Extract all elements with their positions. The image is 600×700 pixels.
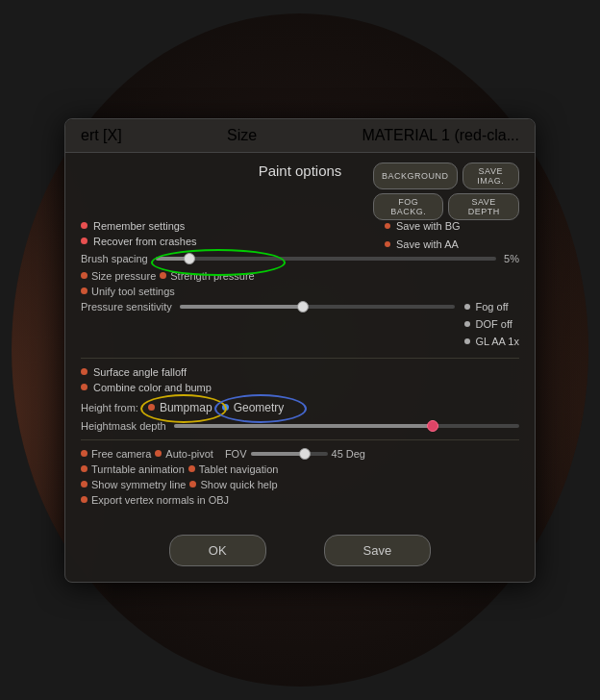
remember-dot — [81, 222, 88, 229]
bumpmap-radio — [148, 404, 155, 411]
separator-1 — [81, 358, 519, 359]
show-symmetry-dot — [81, 481, 88, 488]
show-symmetry-option[interactable]: Show symmetry line — [81, 479, 186, 490]
save-depth-button[interactable]: SAVE DEPTH — [448, 193, 519, 220]
ok-button[interactable]: OK — [169, 535, 266, 566]
export-normals-option[interactable]: Export vertex normals in OBJ — [81, 494, 229, 506]
brush-spacing-row: Brush spacing 5% — [81, 253, 519, 264]
gl-aa-label: GL AA 1x — [476, 336, 519, 347]
paint-options-dialog: ert [X] Size MATERIAL 1 (red-cla... Pain… — [64, 118, 536, 583]
pressure-sensitivity-slider[interactable] — [180, 305, 455, 309]
remember-settings-option[interactable]: Remember settings — [81, 220, 375, 232]
size-pressure-dot — [81, 272, 88, 279]
pressure-sensitivity-label: Pressure sensitivity — [81, 301, 172, 312]
bumpmap-label: Bumpmap — [160, 401, 212, 414]
title-left: ert [X] — [81, 127, 122, 144]
geometry-radio — [222, 404, 229, 411]
unify-label: Unify tool settings — [91, 286, 175, 297]
brush-spacing-label: Brush spacing — [81, 253, 148, 264]
show-symmetry-label: Show symmetry line — [91, 479, 186, 490]
fog-dot — [464, 304, 470, 310]
symmetry-row: Show symmetry line Show quick help — [81, 479, 519, 490]
recover-crashes-label: Recover from crashes — [93, 236, 197, 247]
bottom-options: Free camera Auto-pivot FOV 45 Deg Turnta… — [81, 448, 519, 506]
export-normals-row: Export vertex normals in OBJ — [81, 494, 519, 506]
geometry-label: Geometry — [234, 401, 285, 414]
show-quick-help-option[interactable]: Show quick help — [189, 479, 277, 490]
fov-label: FOV — [225, 448, 247, 460]
background-button[interactable]: BACKGROUND — [373, 162, 458, 189]
save-bg-option[interactable]: Save with BG — [385, 220, 519, 232]
combine-color-label: Combine color and bump — [93, 382, 212, 393]
fov-slider[interactable] — [251, 452, 328, 456]
strength-pressure-label: Strength pressure — [170, 270, 254, 282]
surface-angle-dot — [81, 368, 88, 375]
export-normals-label: Export vertex normals in OBJ — [91, 494, 229, 506]
export-normals-dot — [81, 496, 88, 503]
action-buttons: OK Save — [65, 535, 535, 566]
title-right: MATERIAL 1 (red-cla... — [362, 127, 519, 144]
brush-spacing-value: 5% — [504, 253, 519, 264]
gl-aa-option[interactable]: GL AA 1x — [464, 336, 519, 347]
title-bar: ert [X] Size MATERIAL 1 (red-cla... — [65, 119, 535, 153]
title-center: Size — [227, 127, 257, 144]
dialog-title: Paint options — [227, 162, 373, 179]
save-bg-label: Save with BG — [396, 220, 461, 232]
geometry-option[interactable]: Geometry — [222, 401, 285, 414]
auto-pivot-option[interactable]: Auto-pivot — [155, 448, 213, 460]
bumpmap-option[interactable]: Bumpmap — [148, 401, 212, 414]
turntable-dot — [81, 465, 88, 472]
fog-background-button[interactable]: FOG BACKG. — [373, 193, 443, 220]
combine-color-option[interactable]: Combine color and bump — [81, 382, 519, 393]
show-quick-help-dot — [189, 481, 196, 488]
dof-dot — [464, 321, 470, 327]
strength-pressure-dot — [160, 272, 166, 279]
unify-option[interactable]: Unify tool settings — [81, 286, 175, 297]
heightmask-row: Heightmask depth — [81, 420, 519, 432]
save-aa-label: Save with AA — [396, 238, 459, 250]
recover-crashes-option[interactable]: Recover from crashes — [81, 236, 375, 247]
heightmask-slider[interactable] — [174, 424, 519, 428]
save-bg-dot — [385, 223, 390, 229]
surface-angle-option[interactable]: Surface angle falloff — [81, 366, 519, 378]
unify-row: Unify tool settings — [81, 286, 519, 297]
free-camera-dot — [81, 450, 88, 457]
unify-dot — [81, 288, 88, 294]
save-aa-option[interactable]: Save with AA — [385, 238, 519, 250]
size-pressure-label: Size pressure — [91, 270, 156, 282]
save-image-button[interactable]: SAVE IMAG. — [462, 162, 519, 189]
free-camera-option[interactable]: Free camera — [81, 448, 151, 460]
turntable-option[interactable]: Turntable animation — [81, 463, 185, 475]
dof-off-option[interactable]: DOF off — [464, 318, 519, 330]
combine-color-dot — [81, 384, 88, 390]
height-from-row: Height from: Bumpmap Geometry — [81, 401, 519, 414]
auto-pivot-label: Auto-pivot — [165, 448, 213, 460]
gl-aa-dot — [464, 338, 470, 344]
strength-pressure-option[interactable]: Strength pressure — [160, 270, 254, 282]
tablet-option[interactable]: Tablet navigation — [188, 463, 279, 475]
size-pressure-option[interactable]: Size pressure — [81, 270, 156, 282]
tablet-label: Tablet navigation — [199, 463, 279, 475]
auto-pivot-dot — [155, 450, 162, 457]
separator-2 — [81, 439, 519, 440]
save-button[interactable]: Save — [324, 535, 432, 566]
show-quick-help-label: Show quick help — [200, 479, 277, 490]
pressure-sensitivity-row: Pressure sensitivity — [81, 301, 455, 312]
remember-settings-label: Remember settings — [93, 220, 185, 232]
heightmask-label: Heightmask depth — [81, 420, 166, 432]
save-aa-dot — [385, 241, 390, 247]
dof-off-label: DOF off — [476, 318, 512, 330]
fov-value: 45 Deg — [332, 448, 365, 460]
tablet-dot — [188, 465, 195, 472]
turntable-row: Turntable animation Tablet navigation — [81, 463, 519, 475]
turntable-label: Turntable animation — [91, 463, 185, 475]
brush-spacing-slider[interactable] — [156, 257, 496, 261]
recover-dot — [81, 238, 88, 244]
free-camera-label: Free camera — [91, 448, 151, 460]
height-from-label: Height from: — [81, 402, 138, 413]
camera-row: Free camera Auto-pivot FOV 45 Deg — [81, 448, 519, 460]
fog-off-option[interactable]: Fog off — [464, 301, 519, 312]
pressure-row: Size pressure Strength pressure — [81, 270, 519, 282]
fog-off-label: Fog off — [476, 301, 509, 312]
surface-angle-label: Surface angle falloff — [93, 366, 187, 378]
